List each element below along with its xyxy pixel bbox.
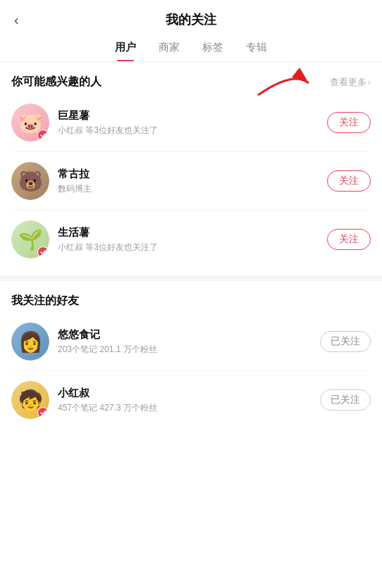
avatar: 🌱 (11, 220, 49, 258)
verified-badge (37, 130, 49, 141)
suggested-section-header: 你可能感兴趣的人 查看更多 › (11, 75, 371, 89)
header: ‹ 我的关注 (0, 0, 382, 35)
user-info: 常古拉 数码博主 (58, 168, 327, 195)
user-info: 悠悠食记 203个笔记 201.1 万个粉丝 (58, 328, 320, 356)
tab-merchants[interactable]: 商家 (159, 41, 180, 61)
avatar: 👩 (11, 323, 49, 361)
user-sub: 小红叔 等3位好友也关注了 (58, 242, 327, 254)
chevron-right-icon: › (368, 77, 371, 87)
user-info: 生活薯 小红叔 等3位好友也关注了 (58, 226, 327, 254)
user-sub: 457个笔记 427.3 万个粉丝 (58, 402, 320, 414)
following-section-header: 我关注的好友 (11, 294, 371, 308)
page-title: 我的关注 (166, 11, 216, 28)
following-section-title: 我关注的好友 (11, 294, 79, 308)
user-info: 巨星薯 小红叔 等3位好友也关注了 (58, 109, 327, 137)
follow-button[interactable]: 关注 (327, 170, 371, 192)
avatar: 🐷 (11, 104, 49, 142)
back-button[interactable]: ‹ (14, 12, 19, 28)
followed-button[interactable]: 已关注 (320, 389, 371, 411)
following-user-item: 🧒 小红叔 457个笔记 427.3 万个粉丝 已关注 (11, 371, 371, 429)
suggested-user-item: 🌱 生活薯 小红叔 等3位好友也关注了 关注 (11, 211, 371, 268)
user-name: 小红叔 (58, 387, 320, 400)
suggested-section: 你可能感兴趣的人 查看更多 › 🐷 (0, 62, 382, 275)
user-info: 小红叔 457个笔记 427.3 万个粉丝 (58, 387, 320, 414)
following-user-item: 👩 悠悠食记 203个笔记 201.1 万个粉丝 已关注 (11, 313, 371, 371)
follow-button[interactable]: 关注 (327, 112, 371, 133)
tab-bar: 用户 商家 标签 专辑 (0, 35, 382, 62)
tab-tags[interactable]: 标签 (202, 41, 223, 61)
user-name: 巨星薯 (58, 109, 327, 123)
verified-badge (37, 407, 49, 418)
suggested-section-title: 你可能感兴趣的人 (11, 75, 101, 89)
user-name: 悠悠食记 (58, 328, 320, 342)
see-more-button[interactable]: 查看更多 › (330, 76, 371, 89)
avatar: 🐻 (11, 162, 49, 200)
following-section: 我关注的好友 👩 悠悠食记 203个笔记 201.1 万个粉丝 已关注 🧒 小红… (0, 281, 382, 436)
user-sub: 小红叔 等3位好友也关注了 (58, 125, 327, 137)
followed-button[interactable]: 已关注 (320, 331, 371, 352)
user-sub: 203个笔记 201.1 万个粉丝 (58, 344, 320, 356)
user-sub: 数码博主 (58, 183, 327, 195)
red-arrow-icon (251, 63, 314, 99)
avatar: 🧒 (11, 381, 49, 419)
user-name: 常古拉 (58, 168, 327, 181)
verified-badge (37, 246, 49, 258)
tab-albums[interactable]: 专辑 (246, 41, 267, 61)
section-divider (0, 275, 382, 281)
suggested-user-item: 🐻 常古拉 数码博主 关注 (11, 152, 371, 211)
tab-users[interactable]: 用户 (115, 41, 136, 61)
user-name: 生活薯 (58, 226, 327, 239)
follow-button[interactable]: 关注 (327, 229, 371, 250)
suggested-user-item: 🐷 巨星薯 小红叔 等3位好友也关注了 关注 (11, 94, 371, 152)
